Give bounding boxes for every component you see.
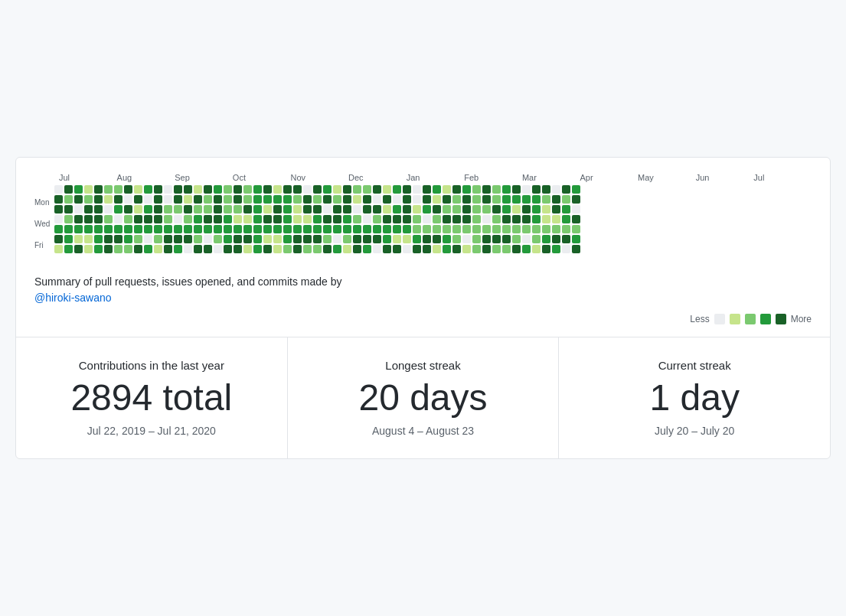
- contribution-day[interactable]: [403, 205, 411, 213]
- contribution-day[interactable]: [263, 245, 272, 253]
- contribution-day[interactable]: [204, 215, 212, 223]
- contribution-day[interactable]: [452, 225, 461, 233]
- contribution-day[interactable]: [74, 205, 83, 213]
- contribution-day[interactable]: [194, 245, 202, 253]
- contribution-day[interactable]: [443, 235, 451, 243]
- contribution-day[interactable]: [472, 235, 481, 243]
- contribution-day[interactable]: [413, 215, 421, 223]
- contribution-day[interactable]: [313, 195, 322, 204]
- contribution-day[interactable]: [363, 195, 371, 204]
- contribution-day[interactable]: [243, 205, 252, 213]
- contribution-day[interactable]: [562, 245, 570, 253]
- contribution-day[interactable]: [234, 185, 242, 194]
- contribution-day[interactable]: [542, 235, 550, 243]
- contribution-day[interactable]: [64, 185, 73, 194]
- contribution-day[interactable]: [472, 185, 481, 194]
- contribution-day[interactable]: [234, 215, 242, 223]
- contribution-day[interactable]: [393, 185, 401, 194]
- contribution-day[interactable]: [253, 195, 262, 204]
- contribution-day[interactable]: [124, 225, 132, 233]
- contribution-day[interactable]: [443, 185, 451, 194]
- contribution-day[interactable]: [492, 235, 501, 243]
- contribution-day[interactable]: [423, 235, 431, 243]
- contribution-day[interactable]: [293, 235, 302, 243]
- contribution-day[interactable]: [84, 185, 93, 194]
- contribution-day[interactable]: [224, 195, 232, 204]
- contribution-day[interactable]: [472, 205, 481, 213]
- contribution-day[interactable]: [333, 185, 341, 194]
- contribution-day[interactable]: [572, 185, 580, 194]
- contribution-day[interactable]: [423, 245, 431, 253]
- contribution-day[interactable]: [273, 225, 282, 233]
- contribution-day[interactable]: [353, 245, 361, 253]
- contribution-day[interactable]: [462, 235, 471, 243]
- contribution-day[interactable]: [552, 235, 560, 243]
- contribution-day[interactable]: [423, 205, 431, 213]
- contribution-day[interactable]: [293, 215, 302, 223]
- contribution-day[interactable]: [542, 245, 550, 253]
- contribution-day[interactable]: [492, 225, 501, 233]
- contribution-day[interactable]: [492, 195, 501, 204]
- contribution-day[interactable]: [542, 195, 550, 204]
- contribution-day[interactable]: [154, 205, 162, 213]
- contribution-day[interactable]: [164, 245, 172, 253]
- contribution-day[interactable]: [373, 235, 381, 243]
- contribution-day[interactable]: [104, 205, 113, 213]
- contribution-day[interactable]: [104, 235, 113, 243]
- contribution-day[interactable]: [572, 195, 580, 204]
- contribution-day[interactable]: [124, 215, 132, 223]
- contribution-day[interactable]: [572, 215, 580, 223]
- contribution-day[interactable]: [124, 195, 132, 204]
- contribution-day[interactable]: [333, 225, 341, 233]
- contribution-day[interactable]: [114, 185, 122, 194]
- contribution-day[interactable]: [353, 235, 361, 243]
- contribution-day[interactable]: [154, 215, 162, 223]
- contribution-day[interactable]: [363, 205, 371, 213]
- contribution-day[interactable]: [154, 195, 162, 204]
- contribution-day[interactable]: [443, 225, 451, 233]
- contribution-day[interactable]: [472, 225, 481, 233]
- contribution-day[interactable]: [74, 235, 83, 243]
- contribution-day[interactable]: [393, 195, 401, 204]
- contribution-day[interactable]: [174, 185, 182, 194]
- contribution-day[interactable]: [562, 185, 570, 194]
- contribution-day[interactable]: [224, 185, 232, 194]
- contribution-day[interactable]: [383, 215, 391, 223]
- contribution-day[interactable]: [452, 195, 461, 204]
- contribution-day[interactable]: [512, 215, 521, 223]
- contribution-day[interactable]: [204, 245, 212, 253]
- contribution-day[interactable]: [403, 245, 411, 253]
- contribution-day[interactable]: [343, 235, 351, 243]
- contribution-day[interactable]: [174, 215, 182, 223]
- contribution-day[interactable]: [373, 205, 381, 213]
- contribution-day[interactable]: [472, 215, 481, 223]
- contribution-day[interactable]: [552, 195, 560, 204]
- contribution-day[interactable]: [194, 215, 202, 223]
- contribution-day[interactable]: [224, 225, 232, 233]
- contribution-day[interactable]: [94, 205, 103, 213]
- contribution-day[interactable]: [214, 195, 222, 204]
- contribution-day[interactable]: [224, 215, 232, 223]
- contribution-day[interactable]: [283, 195, 292, 204]
- contribution-day[interactable]: [562, 225, 570, 233]
- contribution-day[interactable]: [452, 235, 461, 243]
- contribution-day[interactable]: [144, 235, 152, 243]
- contribution-day[interactable]: [313, 215, 322, 223]
- contribution-day[interactable]: [532, 205, 541, 213]
- contribution-day[interactable]: [522, 215, 531, 223]
- contribution-day[interactable]: [263, 215, 272, 223]
- contribution-day[interactable]: [104, 195, 113, 204]
- contribution-day[interactable]: [353, 225, 361, 233]
- contribution-day[interactable]: [104, 245, 113, 253]
- contribution-day[interactable]: [403, 215, 411, 223]
- contribution-day[interactable]: [283, 215, 292, 223]
- contribution-day[interactable]: [502, 185, 511, 194]
- contribution-day[interactable]: [174, 225, 182, 233]
- contribution-day[interactable]: [423, 185, 431, 194]
- contribution-day[interactable]: [502, 205, 511, 213]
- contribution-day[interactable]: [482, 185, 491, 194]
- contribution-day[interactable]: [433, 185, 441, 194]
- contribution-day[interactable]: [393, 225, 401, 233]
- contribution-day[interactable]: [383, 195, 391, 204]
- contribution-day[interactable]: [323, 225, 332, 233]
